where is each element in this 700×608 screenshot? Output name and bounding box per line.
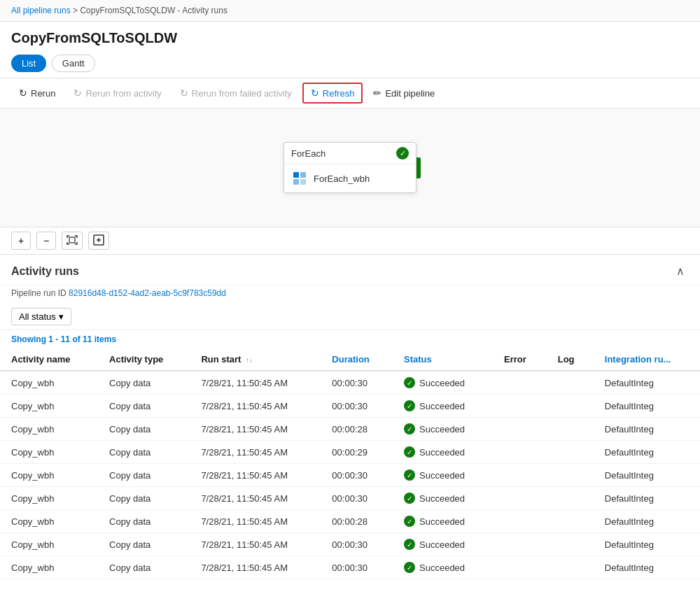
edit-pipeline-button[interactable]: ✏ Edit pipeline	[365, 83, 442, 103]
table-header-row: Activity name Activity type Run start ↑↓…	[0, 348, 700, 371]
cell-log	[547, 418, 594, 441]
status-label: Succeeded	[419, 378, 465, 388]
cell-error	[493, 395, 547, 418]
status-label: Succeeded	[419, 493, 465, 504]
cell-activity-type: Copy data	[98, 464, 190, 487]
cell-activity-name: Copy_wbh	[0, 510, 98, 533]
cell-error	[493, 487, 547, 510]
cell-duration: 00:00:28	[321, 510, 393, 533]
node-success-icon: ✓	[396, 147, 409, 160]
table-row[interactable]: Copy_wbhCopy data7/28/21, 11:50:45 AM00:…	[0, 533, 700, 556]
collapse-button[interactable]: ∧	[672, 263, 689, 279]
rerun-from-failed-button[interactable]: ↻ Rerun from failed activity	[172, 83, 300, 103]
col-run-start[interactable]: Run start ↑↓	[190, 348, 321, 371]
cell-error	[493, 464, 547, 487]
pipeline-node[interactable]: ForEach ✓ ForEach_wbh	[284, 142, 416, 193]
cell-status: ✓Succeeded	[393, 533, 493, 556]
showing-info: Showing 1 - 11 of 11 items	[0, 330, 700, 348]
table-row[interactable]: Copy_wbhCopy data7/28/21, 11:50:45 AM00:…	[0, 395, 700, 418]
cell-duration: 00:00:28	[321, 418, 393, 441]
zoom-out-button[interactable]: −	[36, 232, 56, 250]
cell-status: ✓Succeeded	[393, 395, 493, 418]
cell-integration-runtime: DefaultInteg	[594, 395, 700, 418]
cell-log	[547, 510, 594, 533]
status-label: Succeeded	[419, 447, 465, 458]
status-label: Succeeded	[419, 401, 465, 411]
svg-rect-0	[293, 172, 299, 178]
cell-activity-type: Copy data	[98, 487, 190, 510]
section-header: Activity runs ∧	[0, 255, 700, 285]
chevron-down-icon: ▾	[59, 311, 64, 322]
cell-status: ✓Succeeded	[393, 371, 493, 395]
cell-status: ✓Succeeded	[393, 441, 493, 464]
expand-icon	[93, 234, 104, 248]
pipeline-run-id-value[interactable]: 82916d48-d152-4ad2-aeab-5c9f783c59dd	[69, 288, 226, 298]
cell-status: ✓Succeeded	[393, 418, 493, 441]
cell-run-start: 7/28/21, 11:50:45 AM	[190, 418, 321, 441]
status-filter-button[interactable]: All status ▾	[11, 308, 71, 325]
pipeline-run-id-row: Pipeline run ID 82916d48-d152-4ad2-aeab-…	[0, 285, 700, 304]
cell-log	[547, 533, 594, 556]
table-row[interactable]: Copy_wbhCopy data7/28/21, 11:50:45 AM00:…	[0, 464, 700, 487]
cell-duration: 00:00:30	[321, 371, 393, 395]
status-label: Succeeded	[419, 470, 465, 481]
rerun-icon: ↻	[19, 87, 27, 99]
cell-run-start: 7/28/21, 11:50:45 AM	[190, 510, 321, 533]
rerun-button[interactable]: ↻ Rerun	[11, 83, 63, 103]
status-success-icon: ✓	[404, 423, 415, 434]
fit-canvas-button[interactable]	[62, 232, 83, 250]
breadcrumb-current: CopyFromSQLToSQLDW - Activity runs	[80, 6, 227, 15]
table-row[interactable]: Copy_wbhCopy data7/28/21, 11:50:45 AM00:…	[0, 487, 700, 510]
node-activity-label: ForEach_wbh	[314, 174, 370, 184]
cell-integration-runtime: DefaultInteg	[594, 533, 700, 556]
status-success-icon: ✓	[404, 493, 415, 504]
rerun-from-activity-button[interactable]: ↻ Rerun from activity	[66, 83, 169, 103]
table-row[interactable]: Copy_wbhCopy data7/28/21, 11:50:45 AM00:…	[0, 510, 700, 533]
cell-log	[547, 464, 594, 487]
svg-rect-2	[293, 179, 299, 185]
status-success-icon: ✓	[404, 377, 415, 388]
table-row[interactable]: Copy_wbhCopy data7/28/21, 11:50:45 AM00:…	[0, 371, 700, 395]
col-log: Log	[547, 348, 594, 371]
tab-list[interactable]: List	[11, 55, 46, 72]
table-row[interactable]: Copy_wbhCopy data7/28/21, 11:50:45 AM00:…	[0, 441, 700, 464]
showing-count: 11	[83, 334, 92, 344]
plus-icon: +	[18, 235, 24, 246]
node-header-label: ForEach	[291, 148, 326, 159]
tabs-row: List Gantt	[0, 52, 700, 78]
cell-log	[547, 441, 594, 464]
status-label: Succeeded	[419, 563, 465, 573]
cell-error	[493, 533, 547, 556]
breadcrumb-parent-link[interactable]: All pipeline runs	[11, 6, 71, 15]
col-status: Status	[393, 348, 493, 371]
cell-run-start: 7/28/21, 11:50:45 AM	[190, 395, 321, 418]
cell-activity-name: Copy_wbh	[0, 487, 98, 510]
col-activity-name: Activity name	[0, 348, 98, 371]
canvas-area: ForEach ✓ ForEach_wbh	[0, 108, 700, 227]
cell-integration-runtime: DefaultInteg	[594, 464, 700, 487]
cell-log	[547, 395, 594, 418]
pipeline-node-body: ForEach_wbh	[284, 164, 416, 192]
table-row[interactable]: Copy_wbhCopy data7/28/21, 11:50:45 AM00:…	[0, 418, 700, 441]
cell-duration: 00:00:30	[321, 395, 393, 418]
cell-integration-runtime: DefaultInteg	[594, 556, 700, 579]
cell-run-start: 7/28/21, 11:50:45 AM	[190, 556, 321, 579]
cell-integration-runtime: DefaultInteg	[594, 510, 700, 533]
cell-duration: 00:00:30	[321, 533, 393, 556]
cell-error	[493, 510, 547, 533]
cell-duration: 00:00:30	[321, 464, 393, 487]
refresh-button[interactable]: ↻ Refresh	[302, 83, 363, 104]
tab-gantt[interactable]: Gantt	[52, 55, 95, 72]
node-green-bar	[416, 157, 421, 178]
fit-icon	[66, 234, 78, 248]
cell-activity-type: Copy data	[98, 395, 190, 418]
expand-canvas-button[interactable]	[88, 232, 109, 250]
cell-activity-name: Copy_wbh	[0, 371, 98, 395]
page-header: CopyFromSQLToSQLDW	[0, 22, 700, 52]
zoom-in-button[interactable]: +	[11, 232, 31, 250]
table-row[interactable]: Copy_wbhCopy data7/28/21, 11:50:45 AM00:…	[0, 556, 700, 579]
filter-label: All status	[19, 311, 56, 322]
cell-activity-name: Copy_wbh	[0, 418, 98, 441]
page-title: CopyFromSQLToSQLDW	[11, 30, 689, 46]
cell-duration: 00:00:30	[321, 556, 393, 579]
